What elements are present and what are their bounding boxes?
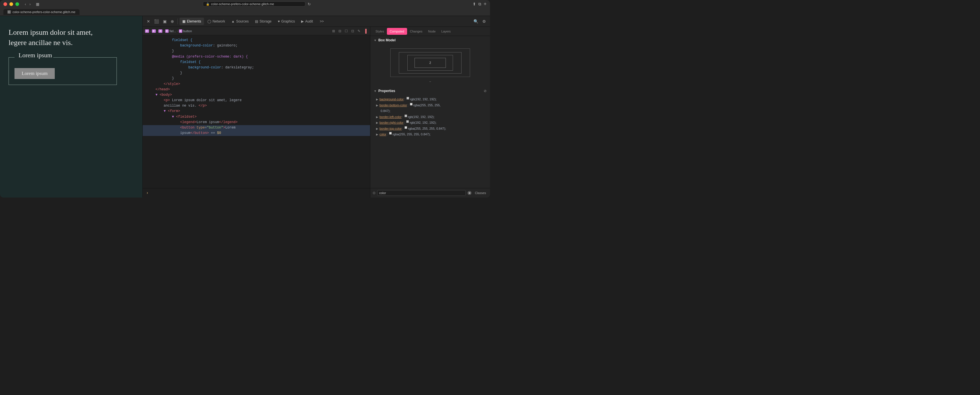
prop-value-4: rgb(192, 192, 192); <box>410 120 487 125</box>
prop-swatch-4[interactable] <box>406 120 409 123</box>
legend-preview: Lorem ipsum <box>18 52 53 59</box>
highlight-icon[interactable]: ▐ <box>363 28 368 34</box>
bc-item-button[interactable]: E button <box>179 29 192 33</box>
tab-storage-label: Storage <box>259 19 272 23</box>
prop-border-bottom-color[interactable]: border-bottom-color <box>379 103 407 108</box>
sidebar-toggle-button[interactable]: ▦ <box>34 2 41 7</box>
bc-sep-2: › <box>157 29 158 33</box>
code-line: background-color: gainsboro; <box>143 43 370 48</box>
nav-buttons: ‹ › <box>24 2 32 7</box>
grid-icon[interactable]: ⊞ <box>331 29 336 33</box>
prop-swatch-3[interactable] <box>404 115 407 117</box>
settings-button[interactable]: ⚙ <box>480 18 488 25</box>
close-button[interactable] <box>3 2 7 6</box>
dock-left-button[interactable]: ▣ <box>161 18 169 25</box>
tab-node[interactable]: Node <box>425 28 438 35</box>
print-icon[interactable]: ⊟ <box>337 29 342 33</box>
tab-network[interactable]: ◯ Network <box>205 18 228 25</box>
property-row: ▶ border-left-color : rgb(192, 192, 192)… <box>370 114 490 120</box>
bc-item-2[interactable]: E <box>152 29 156 33</box>
prop-border-top-color[interactable]: border-top-color <box>379 126 402 131</box>
code-line: </style> <box>143 81 370 87</box>
back-button[interactable]: ‹ <box>24 2 27 7</box>
prop-color[interactable]: color <box>379 132 386 137</box>
search-button[interactable]: 🔍 <box>472 18 480 25</box>
sources-icon: ▲ <box>231 19 235 23</box>
browser-tab[interactable]: C color-scheme-prefers-color-scheme.glit… <box>3 9 80 15</box>
address-input[interactable]: 🔒 color-scheme-prefers-color-scheme.glit… <box>203 2 305 6</box>
prop-swatch-1[interactable] <box>407 97 409 99</box>
filter-bar: ⊙ ✕ Classes <box>370 188 490 198</box>
bc-button-label: button <box>183 29 192 33</box>
prop-swatch-2[interactable] <box>410 103 412 105</box>
code-line: ▼ <fieldset> <box>143 114 370 120</box>
tab-elements[interactable]: ▦ Elements <box>180 18 204 25</box>
code-line: ▼ <form> <box>143 108 370 114</box>
prop-arrow-6: ▶ <box>376 132 378 137</box>
window-actions: ⬆ ⧉ + <box>473 2 487 6</box>
tab-graphics[interactable]: ♥ Graphics <box>275 18 298 25</box>
box-icon[interactable]: ☐ <box>344 29 349 33</box>
properties-header[interactable]: ▼ Properties ⊘ <box>370 87 490 95</box>
address-text: color-scheme-prefers-color-scheme.glitch… <box>211 2 274 6</box>
prop-swatch-6[interactable] <box>389 132 392 134</box>
more-tabs-button[interactable]: >> <box>317 18 327 25</box>
minimize-button[interactable] <box>10 2 13 6</box>
bc-item-3[interactable]: E <box>158 29 162 33</box>
dock-bottom-button[interactable]: ⬛ <box>153 18 161 25</box>
console-line: › <box>143 188 370 198</box>
bc-fieldset-label: fiel... <box>170 29 176 33</box>
new-tab-button[interactable]: + <box>484 2 487 6</box>
prop-colon-2: : <box>408 103 409 108</box>
close-devtools-button[interactable]: ✕ <box>145 18 152 25</box>
prop-arrow-4: ▶ <box>376 121 378 125</box>
code-line: } <box>143 70 370 76</box>
maximize-button[interactable] <box>15 2 19 6</box>
tab-layers[interactable]: Layers <box>438 28 453 35</box>
devtools-content: E › E › E › E fiel... › <box>143 27 490 198</box>
tab-graphics-label: Graphics <box>281 19 295 23</box>
tab-changes[interactable]: Changes <box>407 28 425 35</box>
code-view[interactable]: fieldset { background-color: gainsboro; … <box>143 35 370 188</box>
prop-border-left-color[interactable]: border-left-color <box>379 115 402 119</box>
box-model-container: 2 <box>387 46 473 80</box>
bc-item-fieldset[interactable]: E fiel... <box>165 29 176 33</box>
code-line: @media (prefers-color-scheme: dark) { <box>143 54 370 60</box>
bc-tag-fieldset: E <box>165 29 169 33</box>
bc-item-1[interactable]: E <box>145 29 149 33</box>
tab-styles[interactable]: Styles <box>372 28 387 35</box>
forward-button[interactable]: › <box>28 2 32 7</box>
prop-value-6: rgba(255, 255, 255, 0.847); <box>393 132 487 137</box>
bc-tag-button: E <box>179 29 182 33</box>
tab-computed[interactable]: Computed <box>387 28 407 35</box>
prop-swatch-5[interactable] <box>404 126 407 129</box>
tab-sources[interactable]: ▲ Sources <box>229 18 251 25</box>
pen-icon[interactable]: ✎ <box>356 29 361 33</box>
pick-element-button[interactable]: ⊕ <box>169 18 176 25</box>
filter-input[interactable] <box>377 190 466 196</box>
tab-network-label: Network <box>213 19 225 23</box>
fullscreen-button[interactable]: ⧉ <box>478 2 481 6</box>
property-row: ▶ background-color : rgb(192, 192, 192); <box>370 96 490 102</box>
tab-audit[interactable]: ▶ Audit <box>298 18 316 25</box>
grid2-icon[interactable]: ⊡ <box>350 29 355 33</box>
preview-button[interactable]: Lorem ipsum <box>14 68 55 79</box>
prop-background-color[interactable]: background-color <box>379 97 404 102</box>
filter-clear-button[interactable]: ✕ <box>468 191 471 195</box>
prop-border-right-color[interactable]: border-right-color <box>379 120 403 125</box>
tab-storage[interactable]: ▤ Storage <box>252 18 274 25</box>
prop-arrow-3: ▶ <box>376 115 378 119</box>
box-model-header[interactable]: ▼ Box Model <box>370 36 490 45</box>
bc-tag-2: E <box>152 29 156 33</box>
prop-arrow-2: ▶ <box>376 103 378 107</box>
filter-search-icon: ⊙ <box>372 191 375 195</box>
code-line: ancillae ne vis. </p> <box>143 103 370 108</box>
prop-value-1: rgb(192, 192, 192); <box>410 97 487 102</box>
right-content[interactable]: ▼ Box Model 2 <box>370 36 490 188</box>
box-dash: − <box>429 80 431 83</box>
reload-button[interactable]: ↻ <box>308 2 311 6</box>
classes-button[interactable]: Classes <box>473 191 488 195</box>
share-button[interactable]: ⬆ <box>473 2 476 6</box>
property-row: ▶ border-right-color : rgb(192, 192, 192… <box>370 120 490 126</box>
tab-elements-label: Elements <box>187 19 201 23</box>
